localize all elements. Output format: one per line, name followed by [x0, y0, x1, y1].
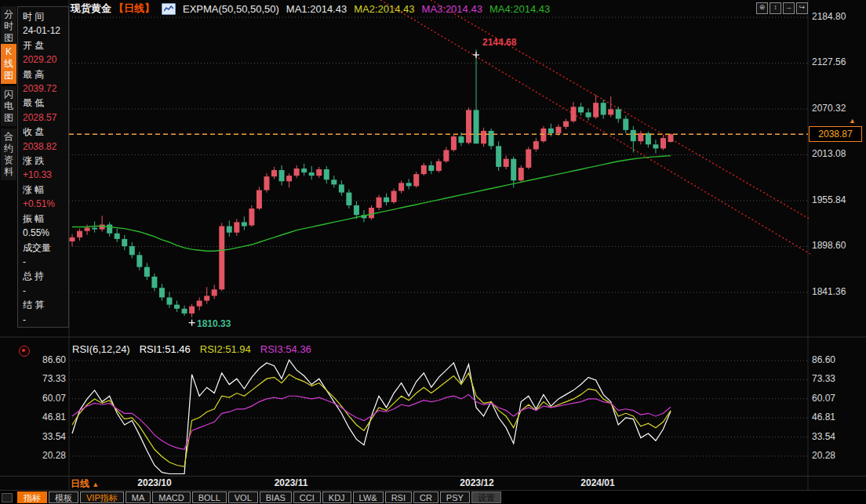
zoom-y-axis-icon[interactable]: ↕ [770, 2, 781, 14]
quote-label: 振 幅 [23, 212, 68, 226]
date-tick: 2024/01 [580, 477, 614, 488]
pan-icon[interactable]: ⊕ [756, 2, 768, 14]
rsi-settings-icon[interactable] [19, 346, 30, 357]
price-tick: 1955.84 [812, 194, 846, 205]
rsi-header: RSI(6,12,24) RSI1:51.46 RSI2:51.94 RSI3:… [72, 343, 311, 355]
dropdown-arrow-icon: ▲ [92, 480, 99, 488]
sidebar-tab-3[interactable]: 闪电图 [1, 86, 16, 126]
sidebar-tab-1[interactable]: 分时图 [1, 6, 16, 46]
current-price-badge: 2038.87 [809, 126, 862, 142]
price-up-arrow-icon: ▲ [849, 117, 856, 125]
quote-value: +10.33 [23, 168, 68, 182]
ma1-value: MA1:2014.43 [286, 3, 347, 15]
quote-value: - [23, 313, 68, 327]
rsi-tick: 20.28 [812, 450, 835, 461]
chart-corner-toolbar: ⊕↕→↪ [756, 2, 808, 14]
quote-label: 涨 幅 [23, 183, 68, 197]
rsi-tick: 33.54 [30, 431, 66, 442]
current-price-value: 2038.87 [818, 129, 852, 140]
quote-value: - [23, 284, 68, 298]
high-price-annotation: 2144.68 [482, 37, 516, 48]
indicator-tab-MA[interactable]: MA [126, 491, 151, 503]
indicator-tab-指标[interactable]: 指标 [17, 491, 47, 503]
indicator-tab-BOLL[interactable]: BOLL [192, 491, 227, 503]
indicator-tab-设置[interactable]: 设置 [471, 491, 501, 503]
exit-icon[interactable]: ↪ [796, 2, 808, 14]
rsi-tick: 86.60 [30, 354, 66, 365]
quote-label: 总 持 [23, 269, 68, 283]
quote-label: 结 算 [23, 298, 68, 312]
quote-label: 涨 跌 [23, 154, 68, 168]
price-tick: 1898.60 [812, 240, 846, 251]
indicator-label: EXPMA(50,50,50,50) [183, 3, 279, 15]
sidebar-tab-4[interactable]: 合约资料 [1, 129, 16, 180]
rsi-tick: 20.28 [30, 450, 66, 461]
quote-value: +0.51% [23, 197, 68, 211]
rsi-tick: 46.81 [812, 412, 835, 422]
price-tick: 2184.80 [812, 11, 846, 22]
indicator-tab-BIAS[interactable]: BIAS [260, 491, 292, 503]
quote-label: 时 间 [23, 9, 68, 24]
sidebar-tab-2[interactable]: K线图 [1, 44, 16, 84]
indicator-toolbar: 指标模板VIP指标MAMACDBOLLVOLBIASCCIKDJLW&RSICR… [0, 491, 866, 504]
rsi-tick: 60.07 [812, 393, 835, 404]
quote-info-panel: 时 间24-01-12开 盘2029.20最 高2039.72最 低2028.5… [17, 6, 69, 328]
quote-value: 0.55% [23, 226, 68, 240]
rsi-title: RSI(6,12,24) [72, 343, 130, 355]
indicator-tab-模板[interactable]: 模板 [49, 491, 78, 503]
indicator-tab-VOL[interactable]: VOL [228, 491, 258, 503]
quote-value: 24-01-12 [23, 24, 68, 38]
quote-label: 成交量 [23, 241, 68, 255]
rsi-tick: 33.54 [812, 431, 835, 442]
quote-value: 2028.57 [23, 111, 68, 125]
indicator-tab-LW&[interactable]: LW& [353, 491, 384, 503]
rsi-tick: 86.60 [812, 354, 835, 365]
quote-label: 最 低 [23, 96, 68, 110]
resize-corner-icon [2, 493, 13, 502]
rsi1-value: RSI1:51.46 [140, 343, 191, 355]
symbol-name: 现货黄金 [71, 2, 111, 16]
zoom-x-axis-icon[interactable]: → [783, 2, 795, 14]
indicator-tab-PSY[interactable]: PSY [440, 491, 470, 503]
price-tick: 2070.32 [812, 103, 846, 114]
indicator-tab-CCI[interactable]: CCI [293, 491, 321, 503]
quote-value: 2038.82 [23, 140, 68, 154]
quote-label: 最 高 [23, 67, 68, 82]
rsi-tick: 60.07 [30, 393, 66, 404]
quote-label: 收 盘 [23, 125, 68, 139]
date-tick: 2023/10 [137, 477, 171, 488]
quote-value: 2029.20 [23, 53, 68, 67]
period-dropdown[interactable]: 日线 ▲ [71, 477, 99, 491]
indicator-tab-MACD[interactable]: MACD [152, 491, 190, 503]
indicator-tab-VIP指标[interactable]: VIP指标 [80, 491, 124, 503]
rsi-tick: 73.33 [30, 373, 66, 384]
rsi3-value: RSI3:54.36 [260, 343, 311, 355]
ma3-value: MA3:2014.43 [422, 3, 482, 15]
indicator-chart-icon [162, 3, 176, 15]
price-tick: 2013.08 [812, 148, 846, 159]
chart-header: 现货黄金 【日线】 EXPMA(50,50,50,50) MA1:2014.43… [71, 2, 550, 16]
quote-value: - [23, 255, 68, 269]
date-tick: 2023/12 [460, 477, 493, 488]
price-tick: 1841.36 [812, 286, 846, 297]
indicator-tab-RSI[interactable]: RSI [385, 491, 412, 503]
period-tag: 【日线】 [114, 2, 155, 16]
chart-canvas[interactable] [0, 0, 866, 504]
date-tick: 2023/11 [275, 477, 308, 488]
rsi2-value: RSI2:51.94 [200, 343, 251, 355]
price-tick: 2127.56 [812, 56, 846, 67]
low-price-annotation: 1810.33 [197, 318, 231, 329]
indicator-tab-CR[interactable]: CR [413, 491, 438, 503]
quote-value: 2039.72 [23, 82, 68, 96]
rsi-tick: 73.33 [812, 373, 835, 384]
trading-terminal-window: 现货黄金 【日线】 EXPMA(50,50,50,50) MA1:2014.43… [0, 0, 866, 504]
quote-label: 开 盘 [23, 38, 68, 53]
rsi-tick: 46.81 [30, 412, 66, 422]
ma2-value: MA2:2014.43 [354, 3, 414, 15]
indicator-tab-KDJ[interactable]: KDJ [322, 491, 351, 503]
ma4-value: MA4:2014.43 [489, 3, 550, 15]
